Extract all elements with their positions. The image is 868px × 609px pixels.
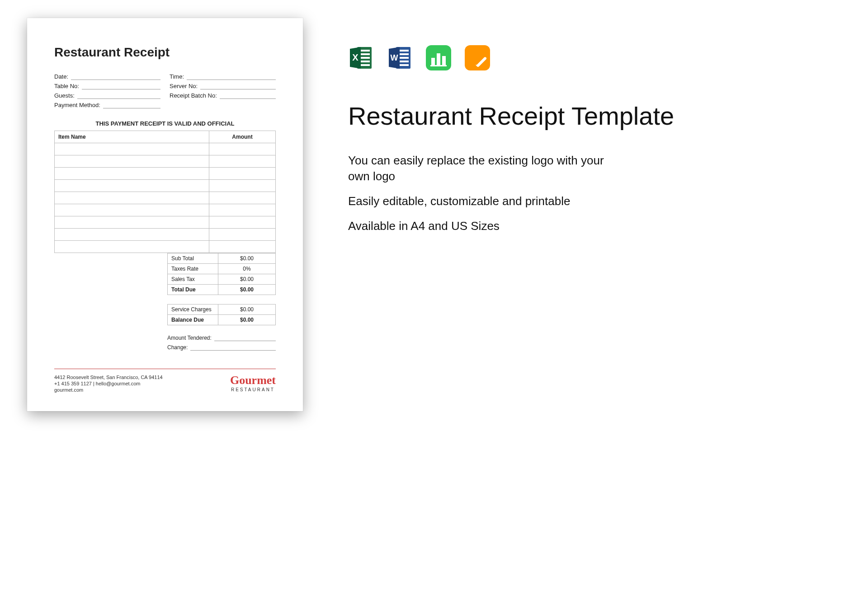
taxrate-label: Taxes Rate xyxy=(168,264,218,274)
salestax-value: $0.00 xyxy=(218,274,276,285)
taxrate-value: 0% xyxy=(218,264,276,274)
service-label: Service Charges xyxy=(168,304,218,315)
svg-rect-19 xyxy=(442,56,446,65)
svg-rect-17 xyxy=(431,58,435,65)
change-line xyxy=(190,344,276,351)
field-time-line xyxy=(187,73,276,80)
salestax-label: Sales Tax xyxy=(168,274,218,285)
table-row xyxy=(55,180,276,192)
field-date-line xyxy=(71,73,160,80)
service-value: $0.00 xyxy=(218,304,276,315)
field-time-label: Time: xyxy=(170,73,184,80)
field-batch-line xyxy=(220,92,276,99)
tendered-line xyxy=(214,334,276,341)
feature-item: Easily editable, customizable and printa… xyxy=(348,193,628,209)
footer-rule xyxy=(54,369,276,369)
svg-text:W: W xyxy=(391,53,398,62)
subtotal-label: Sub Total xyxy=(168,253,218,264)
feature-item: Available in A4 and US Sizes xyxy=(348,218,628,234)
field-guests-label: Guests: xyxy=(54,92,75,99)
receipt-meta: Date: Table No: Guests: Payment Method: … xyxy=(54,73,276,111)
svg-rect-20 xyxy=(430,65,447,66)
tendered-label: Amount Tendered: xyxy=(167,335,212,341)
field-server-label: Server No: xyxy=(170,83,198,89)
footer-contact: +1 415 359 1127 | hello@gourmet.com xyxy=(54,381,163,386)
field-table-line xyxy=(82,83,160,89)
template-title: Restaurant Receipt Template xyxy=(348,102,841,130)
items-table: Item Name Amount xyxy=(54,131,276,253)
word-icon: W xyxy=(387,45,412,70)
page: Restaurant Receipt Date: Table No: Guest… xyxy=(0,0,868,609)
format-icons: X W xyxy=(348,45,841,70)
field-batch-label: Receipt Batch No: xyxy=(170,92,217,99)
side-panel: X W Restaurant Receipt Template You can … xyxy=(348,18,841,591)
footer-logo: Gourmet RESTAURANT xyxy=(230,375,276,392)
field-payment-label: Payment Method: xyxy=(54,102,100,108)
field-table-label: Table No: xyxy=(54,83,79,89)
svg-text:X: X xyxy=(352,52,359,62)
pages-icon xyxy=(465,45,490,70)
receipt-preview: Restaurant Receipt Date: Table No: Guest… xyxy=(27,18,303,411)
table-row xyxy=(55,155,276,168)
footer-site: gourmet.com xyxy=(54,387,163,393)
field-server-line xyxy=(200,83,276,89)
totaldue-label: Total Due xyxy=(168,285,218,295)
subtotal-value: $0.00 xyxy=(218,253,276,264)
field-guests-line xyxy=(77,92,160,99)
table-row xyxy=(55,204,276,216)
table-row xyxy=(55,192,276,204)
table-row xyxy=(55,241,276,253)
logo-sub: RESTAURANT xyxy=(230,387,276,392)
balance-table: Service Charges$0.00 Balance Due$0.00 xyxy=(167,304,276,325)
receipt-footer: 4412 Roosevelt Street, San Francisco, CA… xyxy=(54,375,276,394)
col-item-name: Item Name xyxy=(55,131,209,143)
excel-icon: X xyxy=(348,45,373,70)
table-row xyxy=(55,216,276,229)
feature-item: You can easily replace the existing logo… xyxy=(348,153,628,184)
balance-value: $0.00 xyxy=(218,315,276,325)
numbers-icon xyxy=(426,45,451,70)
col-amount: Amount xyxy=(209,131,276,143)
logo-name: Gourmet xyxy=(230,375,276,386)
table-row xyxy=(55,143,276,155)
totals-table: Sub Total$0.00 Taxes Rate0% Sales Tax$0.… xyxy=(167,253,276,295)
receipt-title: Restaurant Receipt xyxy=(54,45,276,60)
footer-address: 4412 Roosevelt Street, San Francisco, CA… xyxy=(54,375,163,380)
tendered-block: Amount Tendered: Change: xyxy=(167,334,276,351)
feature-list: You can easily replace the existing logo… xyxy=(348,153,841,234)
table-row xyxy=(55,168,276,180)
svg-rect-18 xyxy=(437,53,440,65)
valid-notice: THIS PAYMENT RECEIPT IS VALID AND OFFICI… xyxy=(54,120,276,127)
change-label: Change: xyxy=(167,344,188,351)
field-payment-line xyxy=(103,102,160,108)
table-row xyxy=(55,229,276,241)
balance-label: Balance Due xyxy=(168,315,218,325)
totaldue-value: $0.00 xyxy=(218,285,276,295)
field-date-label: Date: xyxy=(54,73,68,80)
